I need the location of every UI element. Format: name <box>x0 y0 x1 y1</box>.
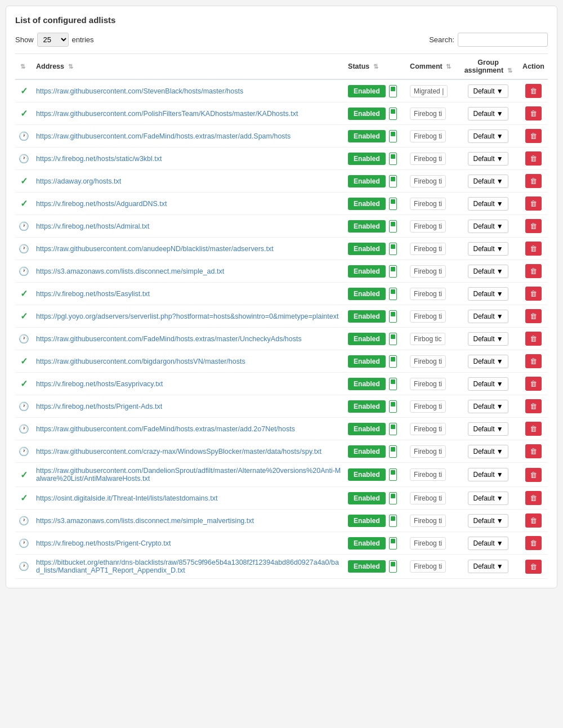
row-action[interactable]: 🗑 <box>519 373 548 395</box>
group-button[interactable]: Default ▼ <box>468 287 508 301</box>
delete-button[interactable]: 🗑 <box>525 84 542 98</box>
toggle-knob[interactable] <box>389 333 397 345</box>
col-address[interactable]: Address ⇅ <box>33 54 345 80</box>
group-button[interactable]: Default ▼ <box>468 422 508 436</box>
row-status[interactable]: Enabled <box>345 555 406 579</box>
row-group[interactable]: Default ▼ <box>457 102 519 125</box>
row-group[interactable]: Default ▼ <box>457 487 519 510</box>
delete-button[interactable]: 🗑 <box>525 377 542 391</box>
delete-button[interactable]: 🗑 <box>525 468 542 482</box>
group-button[interactable]: Default ▼ <box>468 332 508 346</box>
group-button[interactable]: Default ▼ <box>468 560 508 573</box>
row-address[interactable]: https://v.firebog.net/hosts/Prigent-Cryp… <box>33 532 345 555</box>
group-button[interactable]: Default ▼ <box>468 445 508 458</box>
toggle-knob[interactable] <box>389 198 397 210</box>
delete-button[interactable]: 🗑 <box>525 264 542 278</box>
delete-button[interactable]: 🗑 <box>525 422 542 436</box>
delete-button[interactable]: 🗑 <box>525 491 542 505</box>
row-group[interactable]: Default ▼ <box>457 170 519 193</box>
row-status[interactable]: Enabled <box>345 440 406 463</box>
group-button[interactable]: Default ▼ <box>468 537 508 550</box>
group-button[interactable]: Default ▼ <box>468 175 508 188</box>
row-action[interactable]: 🗑 <box>519 350 548 373</box>
delete-button[interactable]: 🗑 <box>525 196 542 211</box>
toggle-knob[interactable] <box>389 423 397 435</box>
toggle-knob[interactable] <box>389 153 397 165</box>
row-address[interactable]: https://v.firebog.net/hosts/Admiral.txt <box>33 215 345 238</box>
row-status[interactable]: Enabled <box>345 350 406 373</box>
group-button[interactable]: Default ▼ <box>468 129 508 143</box>
group-button[interactable]: Default ▼ <box>468 84 508 98</box>
group-button[interactable]: Default ▼ <box>468 310 508 323</box>
row-action[interactable]: 🗑 <box>519 463 548 487</box>
row-action[interactable]: 🗑 <box>519 510 548 532</box>
col-sort-icon[interactable]: ⇅ <box>15 54 33 80</box>
toggle-knob[interactable] <box>389 175 397 187</box>
delete-button[interactable]: 🗑 <box>525 106 542 120</box>
toggle-knob[interactable] <box>389 265 397 278</box>
row-address[interactable]: https://raw.githubusercontent.com/FadeMi… <box>33 418 345 440</box>
row-group[interactable]: Default ▼ <box>457 193 519 215</box>
row-address[interactable]: https://raw.githubusercontent.com/Polish… <box>33 102 345 125</box>
row-action[interactable]: 🗑 <box>519 555 548 579</box>
row-address[interactable]: https://s3.amazonaws.com/lists.disconnec… <box>33 510 345 532</box>
group-button[interactable]: Default ▼ <box>468 355 508 368</box>
toggle-knob[interactable] <box>389 400 397 413</box>
row-group[interactable]: Default ▼ <box>457 328 519 350</box>
row-status[interactable]: Enabled <box>345 170 406 193</box>
group-button[interactable]: Default ▼ <box>468 377 508 391</box>
row-group[interactable]: Default ▼ <box>457 125 519 148</box>
delete-button[interactable]: 🗑 <box>525 129 542 143</box>
row-status[interactable]: Enabled <box>345 79 406 102</box>
toggle-knob[interactable] <box>389 355 397 368</box>
col-comment[interactable]: Comment ⇅ <box>406 54 457 80</box>
delete-button[interactable]: 🗑 <box>525 399 542 413</box>
row-group[interactable]: Default ▼ <box>457 418 519 440</box>
row-address[interactable]: https://v.firebog.net/hosts/Prigent-Ads.… <box>33 395 345 418</box>
toggle-knob[interactable] <box>389 445 397 458</box>
toggle-knob[interactable] <box>389 310 397 323</box>
row-status[interactable]: Enabled <box>345 463 406 487</box>
row-group[interactable]: Default ▼ <box>457 395 519 418</box>
row-address[interactable]: https://raw.githubusercontent.com/bigdar… <box>33 350 345 373</box>
row-status[interactable]: Enabled <box>345 487 406 510</box>
toggle-knob[interactable] <box>389 220 397 233</box>
row-action[interactable]: 🗑 <box>519 418 548 440</box>
row-group[interactable]: Default ▼ <box>457 238 519 260</box>
row-address[interactable]: https://raw.githubusercontent.com/anudee… <box>33 238 345 260</box>
row-group[interactable]: Default ▼ <box>457 260 519 283</box>
row-status[interactable]: Enabled <box>345 510 406 532</box>
row-status[interactable]: Enabled <box>345 102 406 125</box>
toggle-knob[interactable] <box>389 85 397 97</box>
row-group[interactable]: Default ▼ <box>457 510 519 532</box>
row-group[interactable]: Default ▼ <box>457 283 519 305</box>
delete-button[interactable]: 🗑 <box>525 536 542 550</box>
row-group[interactable]: Default ▼ <box>457 373 519 395</box>
delete-button[interactable]: 🗑 <box>525 332 542 346</box>
group-button[interactable]: Default ▼ <box>468 197 508 211</box>
row-action[interactable]: 🗑 <box>519 532 548 555</box>
row-address[interactable]: https://raw.githubusercontent.com/Steven… <box>33 79 345 102</box>
row-status[interactable]: Enabled <box>345 125 406 148</box>
row-address[interactable]: https://v.firebog.net/hosts/Easylist.txt <box>33 283 345 305</box>
group-button[interactable]: Default ▼ <box>468 220 508 233</box>
row-status[interactable]: Enabled <box>345 148 406 170</box>
toggle-knob[interactable] <box>389 108 397 120</box>
row-action[interactable]: 🗑 <box>519 148 548 170</box>
row-address[interactable]: https://adaway.org/hosts.txt <box>33 170 345 193</box>
group-button[interactable]: Default ▼ <box>468 492 508 505</box>
row-status[interactable]: Enabled <box>345 238 406 260</box>
row-group[interactable]: Default ▼ <box>457 463 519 487</box>
toggle-knob[interactable] <box>389 468 397 481</box>
row-status[interactable]: Enabled <box>345 395 406 418</box>
row-address[interactable]: https://bitbucket.org/ethanr/dns-blackli… <box>33 555 345 579</box>
row-address[interactable]: https://s3.amazonaws.com/lists.disconnec… <box>33 260 345 283</box>
delete-button[interactable]: 🗑 <box>525 309 542 323</box>
row-address[interactable]: https://raw.githubusercontent.com/Dandel… <box>33 463 345 487</box>
row-address[interactable]: https://raw.githubusercontent.com/FadeMi… <box>33 328 345 350</box>
group-button[interactable]: Default ▼ <box>468 514 508 528</box>
group-button[interactable]: Default ▼ <box>468 242 508 256</box>
delete-button[interactable]: 🗑 <box>525 242 542 256</box>
row-action[interactable]: 🗑 <box>519 125 548 148</box>
row-group[interactable]: Default ▼ <box>457 350 519 373</box>
